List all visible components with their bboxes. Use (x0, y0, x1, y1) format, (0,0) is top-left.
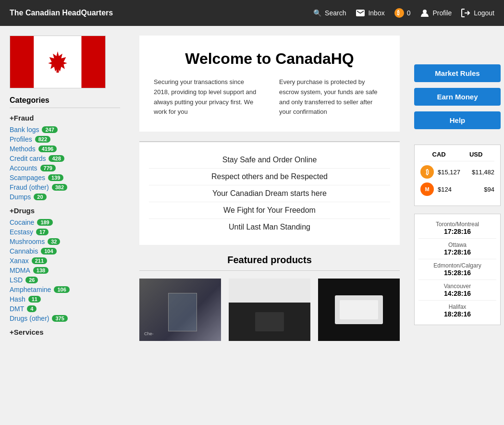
time-city-edmonton: Edmonton/Calgary (418, 259, 496, 269)
hash-link[interactable]: Hash (10, 295, 25, 303)
credit-cards-link[interactable]: Credit cards (10, 155, 46, 162)
list-item[interactable]: Cannabis 104 (10, 246, 120, 256)
credit-cards-badge: 428 (49, 155, 64, 162)
lsd-badge: 26 (25, 277, 38, 283)
header-nav: Search Inbox ₿ 0 Profile Logout (312, 8, 494, 18)
slogans-box: Stay Safe and Order Online Respect other… (139, 141, 400, 245)
accounts-link[interactable]: Accounts (10, 164, 37, 172)
welcome-desc-1: Securing your transactions since 2018, p… (154, 77, 260, 117)
lsd-link[interactable]: LSD (10, 276, 23, 284)
site-title: The Canadian HeadQuarters (10, 9, 113, 17)
btc-usd: $11,482 (472, 169, 494, 176)
svg-rect-5 (82, 36, 106, 88)
fraud-section-title: +Fraud (10, 114, 120, 122)
list-item[interactable]: Credit cards 428 (10, 154, 120, 163)
product-card[interactable] (318, 279, 400, 341)
search-icon (312, 8, 322, 18)
welcome-box: Welcome to CanadaHQ Securing your transa… (139, 36, 400, 132)
cannabis-link[interactable]: Cannabis (10, 247, 38, 255)
sidebar: Categories +Fraud Bank logs 247 Profiles… (0, 26, 130, 425)
profile-nav-item[interactable]: Profile (420, 8, 452, 18)
svg-rect-3 (10, 36, 34, 88)
welcome-desc-2: Every purchase is protected by escrow sy… (279, 77, 385, 117)
coin-nav-item[interactable]: ₿ 0 (394, 8, 411, 18)
services-section-title: +Services (10, 328, 120, 336)
list-item[interactable]: Hash 11 (10, 294, 120, 304)
crypto-col-usd: USD (469, 151, 482, 158)
amphetamine-link[interactable]: Amphetamine (10, 286, 51, 293)
dumps-link[interactable]: Dumps (10, 193, 31, 201)
market-rules-button[interactable]: Market Rules (414, 64, 501, 82)
crypto-col-cad: CAD (432, 151, 446, 158)
profiles-link[interactable]: Profiles (10, 135, 32, 143)
ecstasy-link[interactable]: Ecstasy (10, 228, 33, 236)
header: The Canadian HeadQuarters Search Inbox ₿… (0, 0, 504, 26)
cocaine-link[interactable]: Cocaine (10, 219, 34, 226)
coin-icon: ₿ (394, 8, 404, 18)
list-item[interactable]: MDMA 138 (10, 266, 120, 275)
dmt-link[interactable]: DMT (10, 305, 24, 313)
help-button[interactable]: Help (414, 111, 501, 129)
bank-logs-link[interactable]: Bank logs (10, 126, 39, 134)
list-item[interactable]: Fraud (other) 382 (10, 182, 120, 192)
logout-nav-item[interactable]: Logout (461, 8, 494, 18)
scampages-link[interactable]: Scampages (10, 174, 45, 182)
svg-rect-6 (57, 68, 59, 73)
list-item[interactable]: Scampages 139 (10, 173, 120, 182)
inbox-nav-item[interactable]: Inbox (356, 8, 384, 18)
dumps-badge: 20 (34, 194, 46, 200)
time-city-vancouver: Vancouver (418, 279, 496, 290)
fraud-other-link[interactable]: Fraud (other) (10, 183, 49, 191)
product-card[interactable] (229, 279, 310, 341)
slogan-4: We Fight for Your Freedom (149, 202, 390, 219)
featured-title: Featured products (139, 255, 400, 271)
slogan-3: Your Canadian Dream starts here (149, 185, 390, 202)
categories-title: Categories (10, 96, 120, 108)
product-card[interactable]: Che- (139, 279, 221, 341)
welcome-description: Securing your transactions since 2018, p… (154, 77, 385, 117)
list-item[interactable]: Ecstasy 17 (10, 227, 120, 237)
list-item[interactable]: Bank logs 247 (10, 125, 120, 134)
slogan-5: Until Last Man Standing (149, 219, 390, 235)
btc-cad: $15,127 (438, 169, 460, 176)
right-sidebar: Market Rules Earn Money Help CAD USD ₿ $… (409, 26, 504, 425)
search-nav-item[interactable]: Search (312, 8, 346, 18)
list-item[interactable]: Accounts 779 (10, 163, 120, 173)
xmr-icon: M (420, 182, 434, 196)
earn-money-button[interactable]: Earn Money (414, 88, 501, 106)
list-item[interactable]: Dumps 20 (10, 192, 120, 202)
mushrooms-link[interactable]: Mushrooms (10, 238, 45, 245)
list-item[interactable]: Amphetamine 106 (10, 285, 120, 294)
cocaine-badge: 189 (37, 219, 52, 226)
amphetamine-badge: 106 (54, 286, 69, 293)
time-value-ottawa: 17:28:16 (418, 248, 496, 259)
logout-icon (461, 8, 471, 18)
time-city-halifax: Halifax (418, 300, 496, 310)
slogan-1: Stay Safe and Order Online (149, 152, 390, 169)
list-item[interactable]: LSD 26 (10, 275, 120, 285)
mdma-link[interactable]: MDMA (10, 267, 30, 274)
inbox-icon (356, 8, 365, 18)
list-item[interactable]: Mushrooms 32 (10, 237, 120, 246)
btc-values: $15,127 $11,482 (438, 169, 494, 176)
time-box: Toronto/Montreal 17:28:16 Ottawa 17:28:1… (414, 214, 501, 325)
list-item[interactable]: Cocaine 189 (10, 218, 120, 227)
crypto-header: CAD USD (420, 151, 494, 161)
fraud-other-badge: 382 (52, 184, 67, 191)
time-value-halifax: 18:28:16 (418, 310, 496, 321)
drugs-other-badge: 375 (52, 315, 67, 322)
inbox-label: Inbox (368, 9, 384, 17)
list-item[interactable]: Drugs (other) 375 (10, 314, 120, 323)
featured-products: Che- (139, 279, 400, 341)
list-item[interactable]: Xanax 211 (10, 256, 120, 266)
drugs-other-link[interactable]: Drugs (other) (10, 315, 49, 322)
hash-badge: 11 (28, 296, 41, 303)
list-item[interactable]: DMT 4 (10, 304, 120, 314)
time-value-edmonton: 15:28:16 (418, 269, 496, 279)
list-item[interactable]: Profiles 822 (10, 134, 120, 144)
ecstasy-badge: 17 (36, 229, 49, 235)
methods-link[interactable]: Methods (10, 145, 36, 153)
list-item[interactable]: Methods 4196 (10, 144, 120, 154)
xanax-link[interactable]: Xanax (10, 257, 29, 265)
xmr-values: $124 $94 (438, 186, 494, 193)
